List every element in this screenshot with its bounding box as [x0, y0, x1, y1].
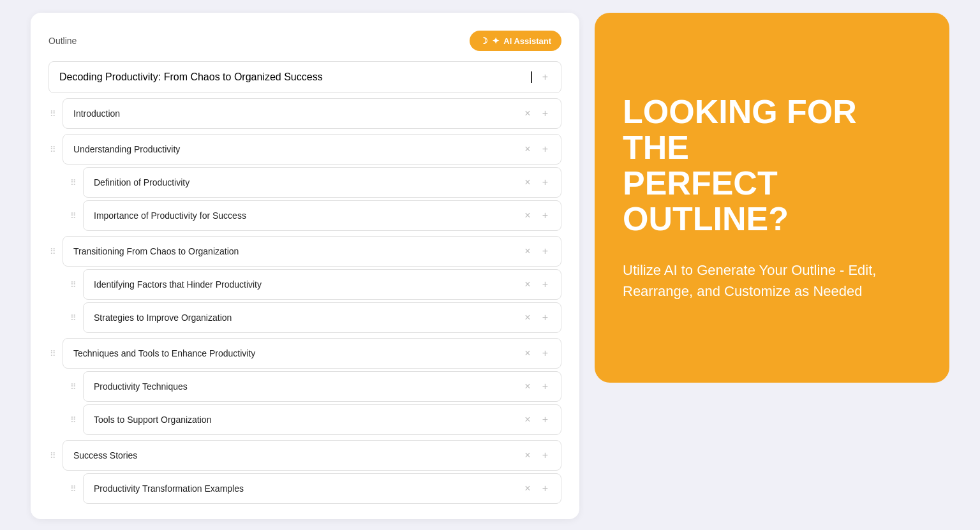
item-text-prod-techniques: Productivity Techniques [94, 381, 522, 392]
section-transitioning: ⠿ Transitioning From Chaos to Organizati… [48, 236, 561, 333]
add-prod-techniques[interactable]: + [540, 380, 551, 393]
close-transitioning[interactable]: × [522, 245, 533, 258]
promo-heading-line1: LOOKING FOR THE [623, 93, 857, 166]
add-factors[interactable]: + [540, 278, 551, 291]
top-item-introduction: ⠿ Introduction × + [48, 98, 561, 129]
sub-item-tools: ⠿ Tools to Support Organization × + [69, 404, 561, 435]
drag-handle-success[interactable]: ⠿ [48, 450, 57, 461]
drag-handle-tools[interactable]: ⠿ [69, 415, 78, 425]
item-box-transitioning: Transitioning From Chaos to Organization… [63, 236, 561, 267]
item-box-prod-techniques: Productivity Techniques × + [83, 371, 561, 402]
title-row: Decoding Productivity: From Chaos to Org… [48, 61, 561, 93]
item-text-definition: Definition of Productivity [94, 177, 522, 188]
drag-handle-transitioning[interactable]: ⠿ [48, 246, 57, 257]
promo-subtext: Utilize AI to Generate Your Outline - Ed… [623, 260, 921, 302]
add-strategies[interactable]: + [540, 311, 551, 324]
add-examples[interactable]: + [540, 482, 551, 495]
close-strategies[interactable]: × [522, 311, 533, 324]
close-techniques[interactable]: × [522, 347, 533, 360]
section-understanding: ⠿ Understanding Productivity × + ⠿ Defin… [48, 134, 561, 231]
close-understanding[interactable]: × [522, 143, 533, 156]
drag-handle-strategies[interactable]: ⠿ [69, 313, 78, 323]
top-item-transitioning: ⠿ Transitioning From Chaos to Organizati… [48, 236, 561, 267]
item-box-strategies: Strategies to Improve Organization × + [83, 302, 561, 333]
section-success: ⠿ Success Stories × + ⠿ Productivity Tra… [48, 440, 561, 504]
promo-panel: LOOKING FOR THE PERFECT OUTLINE? Utilize… [595, 13, 949, 383]
item-text-transitioning: Transitioning From Chaos to Organization [73, 246, 522, 256]
drag-handle-importance[interactable]: ⠿ [69, 210, 78, 221]
ai-assistant-button[interactable]: ☽ ✦ AI Assistant [470, 31, 561, 51]
text-cursor [531, 71, 532, 83]
drag-handle-techniques[interactable]: ⠿ [48, 348, 57, 359]
item-text-strategies: Strategies to Improve Organization [94, 313, 522, 323]
item-box-tools: Tools to Support Organization × + [83, 404, 561, 435]
close-definition[interactable]: × [522, 176, 533, 189]
sub-item-importance: ⠿ Importance of Productivity for Success… [69, 200, 561, 231]
close-factors[interactable]: × [522, 278, 533, 291]
drag-handle-introduction[interactable]: ⠿ [48, 108, 57, 119]
item-text-success: Success Stories [73, 450, 522, 460]
item-box-definition: Definition of Productivity × + [83, 167, 561, 198]
close-prod-techniques[interactable]: × [522, 380, 533, 393]
document-title[interactable]: Decoding Productivity: From Chaos to Org… [59, 71, 523, 83]
close-importance[interactable]: × [522, 209, 533, 222]
add-importance[interactable]: + [540, 209, 551, 222]
drag-handle-understanding[interactable]: ⠿ [48, 144, 57, 155]
close-tools[interactable]: × [522, 413, 533, 426]
top-item-techniques: ⠿ Techniques and Tools to Enhance Produc… [48, 338, 561, 369]
item-text-introduction: Introduction [73, 108, 522, 119]
item-box-examples: Productivity Transformation Examples × + [83, 473, 561, 504]
outline-panel: Outline ☽ ✦ AI Assistant Decoding Produc… [31, 13, 579, 519]
sub-items-transitioning: ⠿ Identifying Factors that Hinder Produc… [69, 269, 561, 333]
section-introduction: ⠿ Introduction × + [48, 98, 561, 129]
promo-heading: LOOKING FOR THE PERFECT OUTLINE? [623, 94, 921, 237]
item-box-factors: Identifying Factors that Hinder Producti… [83, 269, 561, 300]
panel-header: Outline ☽ ✦ AI Assistant [48, 31, 561, 51]
item-box-success: Success Stories × + [63, 440, 561, 471]
add-understanding[interactable]: + [540, 143, 551, 156]
item-box-understanding: Understanding Productivity × + [63, 134, 561, 165]
close-examples[interactable]: × [522, 482, 533, 495]
sub-item-strategies: ⠿ Strategies to Improve Organization × + [69, 302, 561, 333]
sub-item-productivity-techniques: ⠿ Productivity Techniques × + [69, 371, 561, 402]
item-box-importance: Importance of Productivity for Success ×… [83, 200, 561, 231]
item-box-techniques: Techniques and Tools to Enhance Producti… [63, 338, 561, 369]
item-box-introduction: Introduction × + [63, 98, 561, 129]
add-transitioning[interactable]: + [540, 245, 551, 258]
drag-handle-factors[interactable]: ⠿ [69, 279, 78, 290]
close-introduction[interactable]: × [522, 107, 533, 120]
outline-label: Outline [48, 36, 77, 46]
ai-btn-label: AI Assistant [503, 36, 551, 46]
main-container: Outline ☽ ✦ AI Assistant Decoding Produc… [31, 13, 949, 519]
sub-items-techniques: ⠿ Productivity Techniques × + ⠿ Tools [69, 371, 561, 435]
drag-handle-prod-techniques[interactable]: ⠿ [69, 381, 78, 392]
sub-items-success: ⠿ Productivity Transformation Examples ×… [69, 473, 561, 504]
add-definition[interactable]: + [540, 176, 551, 189]
item-text-examples: Productivity Transformation Examples [94, 483, 522, 494]
sub-item-examples: ⠿ Productivity Transformation Examples ×… [69, 473, 561, 504]
section-techniques: ⠿ Techniques and Tools to Enhance Produc… [48, 338, 561, 435]
add-success[interactable]: + [540, 449, 551, 462]
close-success[interactable]: × [522, 449, 533, 462]
sparkle-icon: ✦ [492, 36, 500, 46]
promo-heading-line2: PERFECT OUTLINE? [623, 165, 789, 237]
moon-icon: ☽ [480, 36, 488, 46]
add-introduction[interactable]: + [540, 107, 551, 120]
sub-item-factors: ⠿ Identifying Factors that Hinder Produc… [69, 269, 561, 300]
sub-item-definition: ⠿ Definition of Productivity × + [69, 167, 561, 198]
top-item-understanding: ⠿ Understanding Productivity × + [48, 134, 561, 165]
sub-items-understanding: ⠿ Definition of Productivity × + ⠿ Im [69, 167, 561, 231]
outline-items: ⠿ Introduction × + ⠿ Understanding Prod [48, 98, 561, 506]
item-text-techniques: Techniques and Tools to Enhance Producti… [73, 348, 522, 358]
drag-handle-definition[interactable]: ⠿ [69, 177, 78, 188]
add-techniques[interactable]: + [540, 347, 551, 360]
title-row-actions: + [540, 71, 551, 84]
item-text-tools: Tools to Support Organization [94, 415, 522, 425]
top-item-success: ⠿ Success Stories × + [48, 440, 561, 471]
item-text-understanding: Understanding Productivity [73, 144, 522, 154]
item-text-importance: Importance of Productivity for Success [94, 210, 522, 221]
add-tools[interactable]: + [540, 413, 551, 426]
drag-handle-examples[interactable]: ⠿ [69, 483, 78, 494]
title-add-button[interactable]: + [540, 71, 551, 84]
item-text-factors: Identifying Factors that Hinder Producti… [94, 279, 522, 290]
